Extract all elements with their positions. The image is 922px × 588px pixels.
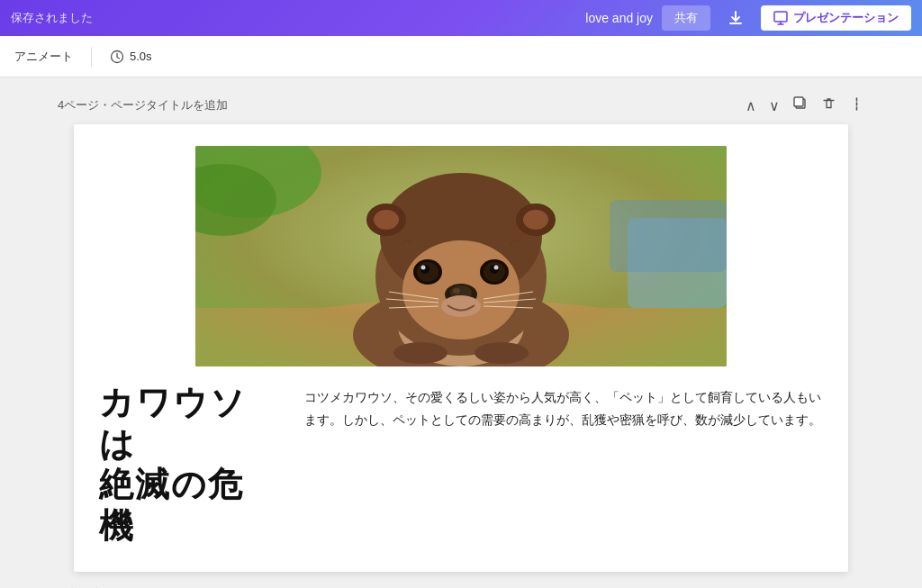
present-button[interactable]: プレゼンテーション — [761, 5, 911, 31]
svg-point-39 — [393, 342, 447, 364]
svg-point-31 — [453, 288, 460, 294]
saved-status: 保存されました — [11, 10, 93, 26]
page-header: 4ページ・ページタイトルを追加 ∧ ∨ — [54, 95, 868, 115]
duration-label: 5.0s — [130, 50, 152, 63]
animate-button[interactable]: アニメート — [14, 49, 73, 65]
slide-body: コツメカワウソ、その愛くるしい姿から人気が高く、「ペット」として飼育している人も… — [304, 383, 823, 431]
toolbar: アニメート 5.0s — [0, 36, 922, 77]
download-button[interactable] — [719, 5, 752, 32]
header-left: 保存されました — [11, 10, 93, 26]
header-bar: 保存されました love and joy 共有 プレゼンテーション — [0, 0, 922, 36]
more-button[interactable] — [849, 96, 864, 115]
otter-svg — [195, 146, 727, 366]
move-down-button[interactable]: ∨ — [769, 97, 780, 114]
svg-point-20 — [523, 210, 548, 230]
svg-rect-0 — [774, 12, 787, 22]
svg-rect-11 — [610, 200, 727, 272]
header-right: love and joy 共有 プレゼンテーション — [585, 5, 911, 32]
present-icon — [773, 11, 788, 25]
duplicate-button[interactable] — [792, 95, 809, 115]
next-page-hint: 5ページ — [54, 584, 868, 588]
duration-control[interactable]: 5.0s — [110, 50, 152, 64]
delete-button[interactable] — [821, 96, 836, 115]
presentation-title: love and joy — [585, 11, 653, 25]
download-icon — [727, 9, 745, 27]
main-content: 4ページ・ページタイトルを追加 ∧ ∨ — [0, 77, 922, 588]
toolbar-separator — [91, 47, 92, 67]
svg-point-24 — [421, 266, 426, 270]
slide-card: カワウソは 絶滅の危機 コツメカワウソ、その愛くるしい姿から人気が高く、「ペット… — [74, 124, 848, 572]
svg-point-28 — [494, 266, 499, 270]
svg-point-18 — [374, 210, 399, 230]
otter-image — [195, 146, 727, 366]
page-actions: ∧ ∨ — [746, 95, 864, 115]
slide-heading: カワウソは 絶滅の危機 — [99, 383, 279, 547]
slide-content-row: カワウソは 絶滅の危機 コツメカワウソ、その愛くるしい姿から人気が高く、「ペット… — [99, 383, 823, 547]
move-up-button[interactable]: ∧ — [746, 97, 756, 114]
share-button[interactable]: 共有 — [662, 5, 710, 31]
page-label: 4ページ・ページタイトルを追加 — [58, 97, 228, 113]
clock-icon — [110, 50, 124, 64]
slide-wrapper: 4ページ・ページタイトルを追加 ∧ ∨ — [54, 95, 868, 588]
svg-rect-3 — [794, 97, 803, 106]
svg-point-40 — [475, 342, 529, 364]
animate-label: アニメート — [14, 49, 73, 65]
svg-point-32 — [441, 295, 481, 317]
